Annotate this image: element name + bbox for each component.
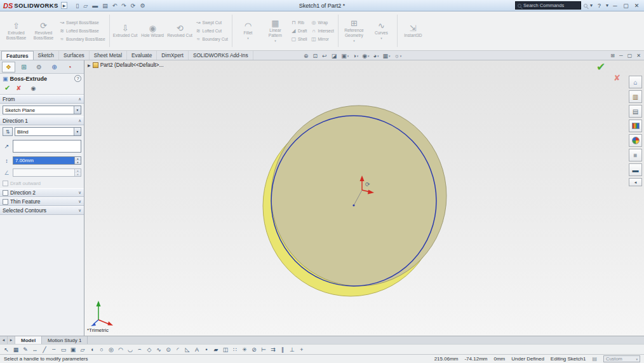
preview-eye-icon[interactable]: ◉ <box>31 85 36 92</box>
zoom-to-area-icon[interactable]: ⊡ <box>313 53 319 59</box>
save-icon[interactable]: ▬ <box>91 1 100 10</box>
tab-surfaces[interactable]: Surfaces <box>59 51 90 60</box>
centerline-icon[interactable]: ╌ <box>50 345 58 353</box>
line-icon[interactable]: ╱ <box>40 345 49 353</box>
display-manager-tab[interactable]: ◔ <box>63 62 76 72</box>
direction2-checkbox[interactable] <box>3 190 8 196</box>
ellipse-icon[interactable]: ⊙ <box>164 345 173 353</box>
grid-system-icon[interactable]: ▦ <box>11 345 20 353</box>
options-icon[interactable]: ⚙ <box>138 1 147 10</box>
extruded-boss-base-button[interactable]: ⇧ Extruded Boss/Base <box>3 13 29 48</box>
linear-pattern-flyout-arrow-icon[interactable]: ▾ <box>274 39 276 43</box>
parallelogram-icon[interactable]: ▱ <box>78 345 87 353</box>
direction1-section-header[interactable]: Direction 1 ∧ <box>0 116 84 125</box>
pm-help-icon[interactable]: ? <box>74 75 81 82</box>
extend-entities-icon[interactable]: ⊢ <box>259 345 268 353</box>
fillet-button[interactable]: ◠ Fillet ▾ <box>235 13 261 48</box>
display-relations-icon[interactable]: ⊥ <box>288 345 297 353</box>
shell-button[interactable]: ▢Shell <box>291 36 307 42</box>
instant3d-button[interactable]: ⇲ Instant3D <box>400 13 426 48</box>
polygon-icon[interactable]: ◇ <box>145 345 154 353</box>
apply-scene-icon[interactable]: ▦▾ <box>382 53 390 59</box>
graphics-viewport[interactable]: ⟳ ▶ Part2 (Default<<Default>... ✔ ✘ *Tri… <box>84 60 644 336</box>
new-window-icon[interactable]: ⊞ <box>610 53 615 58</box>
view-settings-icon[interactable]: ☼▾ <box>394 53 402 59</box>
custom-properties-tab[interactable]: ≡ <box>629 149 642 161</box>
lofted-boss-base-button[interactable]: ≋Lofted Boss/Base <box>59 28 105 34</box>
reverse-direction-button[interactable]: ⇅ <box>3 127 13 136</box>
new-document-icon[interactable]: ▯ <box>74 1 81 10</box>
redo-icon[interactable]: ↷ <box>120 1 128 10</box>
point-icon[interactable]: • <box>202 345 211 353</box>
circle-icon[interactable]: ○ <box>97 345 106 353</box>
confirmation-ok-button[interactable]: ✔ <box>596 60 605 74</box>
start-condition-dropdown[interactable]: Sketch Plane ▾ <box>3 106 81 114</box>
thin-feature-section-header[interactable]: Thin Feature ∨ <box>0 197 84 206</box>
spin-down-icon[interactable]: ▾ <box>75 161 81 165</box>
revolved-cut-button[interactable]: ⟲ Revolved Cut <box>167 13 193 48</box>
three-point-arc-icon[interactable]: ⌢ <box>135 345 144 353</box>
tab-solidworks-add-ins[interactable]: SOLIDWORKS Add-Ins <box>189 51 253 60</box>
linear-pattern-button[interactable]: ▦ Linear Pattern ▾ <box>262 13 288 48</box>
edit-appearance-icon[interactable]: ◕▾ <box>373 53 379 59</box>
curves-button[interactable]: ∿ Curves ▾ <box>368 13 394 48</box>
mirror-button[interactable]: ◫Mirror <box>311 36 334 42</box>
feature-manager-tab[interactable]: ⊞ <box>17 62 30 72</box>
end-condition-dropdown[interactable]: Blind ▾ <box>15 127 81 136</box>
motion-study-tab[interactable]: Motion Study 1 <box>42 336 88 344</box>
depth-field[interactable]: 7.00mm ▴ ▾ <box>13 156 81 165</box>
tab-evaluate[interactable]: Evaluate <box>127 51 157 60</box>
unit-system-dropdown[interactable]: Custom ▾ <box>603 355 640 362</box>
curves-flyout-arrow-icon[interactable]: ▾ <box>380 36 382 40</box>
collapse-task-pane-button[interactable]: ◂ <box>629 178 642 186</box>
sketch-chamfer-icon[interactable]: ◺ <box>183 345 192 353</box>
draft-button[interactable]: ◢Draft <box>291 28 307 34</box>
reference-geometry-button[interactable]: ⊞ Reference Geometry ▾ <box>341 13 367 48</box>
text-icon[interactable]: A <box>192 345 201 353</box>
display-style-icon[interactable]: ◑▾ <box>352 53 358 59</box>
perimeter-circle-icon[interactable]: ◎ <box>107 345 116 353</box>
print-icon[interactable]: ▤ <box>101 1 110 10</box>
offset-entities-icon[interactable]: ∥ <box>278 345 287 353</box>
trim-entities-icon[interactable]: ⊘ <box>250 345 258 353</box>
undo-icon[interactable]: ↶ <box>111 1 119 10</box>
appearances-scenes-tab[interactable] <box>629 134 642 147</box>
previous-view-icon[interactable]: ↩ <box>322 53 328 59</box>
swept-boss-base-button[interactable]: ↝Swept Boss/Base <box>59 20 105 25</box>
spline-icon[interactable]: ∿ <box>154 345 163 353</box>
tab-scroll-right-icon[interactable]: ▸ <box>8 336 15 344</box>
boundary-boss-base-button[interactable]: ≈Boundary Boss/Base <box>59 36 105 42</box>
tab-sheet-metal[interactable]: Sheet Metal <box>90 51 127 60</box>
select-arrow-icon[interactable]: ↖ <box>2 345 11 353</box>
lofted-cut-button[interactable]: ≋Lofted Cut <box>196 28 228 34</box>
hole-wizard-button[interactable]: ◉ Hole Wizard <box>140 13 166 48</box>
tab-features[interactable]: Features <box>1 51 34 60</box>
swept-cut-button[interactable]: ↝Swept Cut <box>196 20 228 25</box>
doc-restore-icon[interactable]: ▢ <box>627 53 633 58</box>
hide-show-items-icon[interactable]: ◉▾ <box>362 53 369 59</box>
configuration-manager-tab[interactable]: ⚙ <box>32 62 46 72</box>
ok-button[interactable]: ✔ <box>4 84 10 92</box>
corner-rectangle-icon[interactable]: ▭ <box>59 345 68 353</box>
linear-sketch-pattern-icon[interactable]: ∷ <box>231 345 239 353</box>
circular-sketch-pattern-icon[interactable]: ✳ <box>240 345 249 353</box>
smart-dimension-icon[interactable]: ↔ <box>30 345 39 353</box>
cancel-button[interactable]: ✘ <box>16 85 21 92</box>
boundary-cut-button[interactable]: ≈Boundary Cut <box>196 36 228 42</box>
minimize-button[interactable]: ─ <box>611 3 619 9</box>
centerpoint-arc-icon[interactable]: ◠ <box>116 345 125 353</box>
view-orientation-icon[interactable]: ▣▾ <box>341 53 349 59</box>
tab-sketch[interactable]: Sketch <box>34 51 59 60</box>
section-view-icon[interactable]: ◪ <box>332 53 338 59</box>
sketch-icon[interactable]: ✎ <box>21 345 30 353</box>
sketch-fillet-icon[interactable]: ◜ <box>173 345 182 353</box>
search-magnifier-icon[interactable] <box>584 4 587 8</box>
rib-button[interactable]: ⊓Rib <box>291 20 307 25</box>
direction-reference-box[interactable] <box>13 140 81 153</box>
close-button[interactable]: ✕ <box>633 3 641 9</box>
revolved-boss-base-button[interactable]: ⟳ Revolved Boss/Base <box>30 13 57 48</box>
zoom-to-fit-icon[interactable]: ⊕ <box>304 53 309 59</box>
help-icon[interactable]: ? <box>595 3 603 9</box>
sketch-center-point[interactable] <box>352 204 354 206</box>
model-tab[interactable]: Model <box>15 336 42 344</box>
